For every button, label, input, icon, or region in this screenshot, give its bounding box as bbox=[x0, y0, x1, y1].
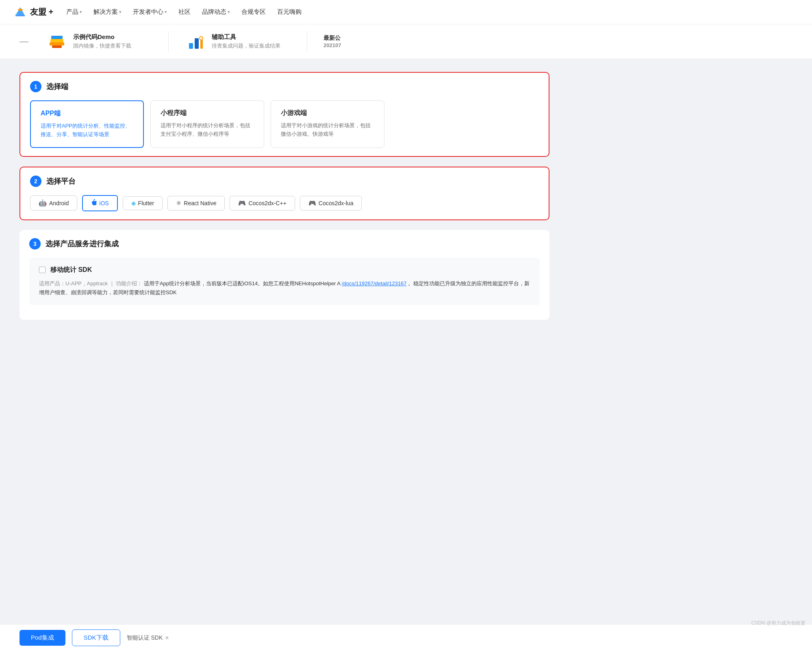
step2-section: 2 选择平台 🤖AndroidiOS◈Flutter⚛React Native🎮… bbox=[20, 167, 549, 220]
flutter-icon: ◈ bbox=[131, 200, 136, 206]
banner-collapse-icon[interactable]: — bbox=[20, 36, 28, 47]
step1-title: 选择端 bbox=[46, 82, 68, 91]
svg-rect-4 bbox=[52, 46, 62, 48]
cocos-icon: 🎮 bbox=[308, 200, 316, 207]
android-icon: 🤖 bbox=[39, 199, 47, 207]
nav-item-百元嗨购[interactable]: 百元嗨购 bbox=[277, 8, 302, 16]
nav-items: 产品▾解决方案▾开发者中心▾社区品牌动态▾合规专区百元嗨购 bbox=[66, 8, 302, 16]
banner-item-demo[interactable]: 示例代码Demo 国内镜像，快捷查看下载 bbox=[46, 31, 152, 52]
platform-card-app[interactable]: APP端 适用于对APP的统计分析、性能监控、推送、分享、智能认证等场景 bbox=[30, 100, 144, 148]
platform-card-desc: 适用于对小程序的统计分析场景，包括支付宝小程序、微信小程序等 bbox=[161, 122, 254, 139]
svg-rect-5 bbox=[189, 43, 193, 49]
platform-btn-flutter[interactable]: ◈Flutter bbox=[123, 196, 163, 210]
platform-btn-android[interactable]: 🤖Android bbox=[30, 195, 77, 210]
banner-strip: — 示例代码Demo 国内镜像，快捷查看下载 bbox=[0, 24, 812, 59]
nav-item-产品[interactable]: 产品▾ bbox=[66, 8, 82, 16]
intro-label: 功能介绍： bbox=[116, 280, 142, 286]
step2-title: 选择平台 bbox=[46, 176, 76, 186]
chevron-down-icon: ▾ bbox=[80, 9, 82, 15]
platform-btn-label: Cocos2dx-lua bbox=[319, 200, 354, 206]
step1-header: 1 选择端 bbox=[30, 81, 539, 92]
banner-divider bbox=[168, 31, 169, 52]
sdk-name: 移动统计 SDK bbox=[50, 266, 92, 274]
sdk-card-header: 移动统计 SDK bbox=[39, 266, 530, 274]
logo[interactable]: 友盟 + bbox=[13, 5, 53, 20]
platform-card-name: APP端 bbox=[41, 109, 133, 118]
sdk-desc: 适用产品：U-APP，Apptrack ｜ 功能介绍： 适用于App统计分析场景… bbox=[39, 279, 530, 297]
platform-card-name: 小程序端 bbox=[161, 109, 254, 117]
main-content: 1 选择端 APP端 适用于对APP的统计分析、性能监控、推送、分享、智能认证等… bbox=[0, 59, 569, 343]
svg-rect-6 bbox=[195, 38, 199, 49]
nav-item-社区[interactable]: 社区 bbox=[178, 8, 191, 16]
step2-header: 2 选择平台 bbox=[30, 176, 539, 187]
svg-rect-7 bbox=[200, 40, 203, 49]
demo-icon bbox=[46, 31, 67, 52]
nav-item-开发者中心[interactable]: 开发者中心▾ bbox=[133, 8, 167, 16]
platform-btn-label: Cocos2dx-C++ bbox=[248, 200, 286, 206]
intro-text: 适用于App统计分析场景，当前版本已适配iOS14。如您工程使用NEHotspo… bbox=[144, 280, 340, 286]
platform-btn-cocos2dx-cpp[interactable]: 🎮Cocos2dx-C++ bbox=[230, 196, 295, 210]
svg-point-0 bbox=[18, 9, 23, 11]
platform-btn-label: Flutter bbox=[138, 200, 154, 206]
sdk-cards: 移动统计 SDK 适用产品：U-APP，Apptrack ｜ 功能介绍： 适用于… bbox=[29, 258, 540, 305]
cocos-icon: 🎮 bbox=[238, 200, 246, 207]
step3-title: 选择产品服务进行集成 bbox=[46, 239, 119, 249]
platform-card-minigame[interactable]: 小游戏端 适用于对小游戏的统计分析场景，包括微信小游戏、快游戏等 bbox=[271, 100, 384, 148]
logo-text: 友盟 + bbox=[30, 7, 53, 17]
sdk-doc-link[interactable]: /docs/119267/detail/123167 bbox=[342, 280, 407, 286]
apple-icon bbox=[91, 199, 97, 207]
tools-text: 辅助工具 排查集成问题，验证集成结果 bbox=[212, 33, 280, 50]
svg-rect-1 bbox=[50, 42, 64, 46]
react-icon: ⚛ bbox=[176, 200, 181, 207]
platform-btn-cocos2dx-lua[interactable]: 🎮Cocos2dx-lua bbox=[300, 196, 362, 210]
navigation: 友盟 + 产品▾解决方案▾开发者中心▾社区品牌动态▾合规专区百元嗨购 bbox=[0, 0, 812, 24]
platform-btn-label: iOS bbox=[99, 200, 109, 206]
applicable-label: 适用产品：U-APP，Apptrack bbox=[39, 280, 108, 286]
platform-btn-label: Android bbox=[49, 200, 69, 206]
platform-buttons: 🤖AndroidiOS◈Flutter⚛React Native🎮Cocos2d… bbox=[30, 195, 539, 211]
platform-card-miniprogram[interactable]: 小程序端 适用于对小程序的统计分析场景，包括支付宝小程序、微信小程序等 bbox=[150, 100, 264, 148]
step3-badge: 3 bbox=[29, 238, 41, 250]
nav-item-品牌动态[interactable]: 品牌动态▾ bbox=[202, 8, 230, 16]
chevron-down-icon: ▾ bbox=[119, 9, 122, 15]
sdk-card-mobile-stats: 移动统计 SDK 适用产品：U-APP，Apptrack ｜ 功能介绍： 适用于… bbox=[29, 258, 540, 305]
chevron-down-icon: ▾ bbox=[165, 9, 167, 15]
platform-btn-label: React Native bbox=[184, 200, 216, 206]
step3-section: 3 选择产品服务进行集成 移动统计 SDK 适用产品：U-APP，Apptrac… bbox=[20, 230, 549, 320]
platform-card-name: 小游戏端 bbox=[281, 109, 374, 117]
banner-divider-2 bbox=[307, 31, 307, 52]
platform-card-desc: 适用于对APP的统计分析、性能监控、推送、分享、智能认证等场景 bbox=[41, 122, 133, 139]
platform-btn-reactnative[interactable]: ⚛React Native bbox=[167, 196, 225, 210]
sdk-checkbox[interactable] bbox=[39, 267, 46, 273]
chevron-down-icon: ▾ bbox=[228, 9, 230, 15]
nav-item-合规专区[interactable]: 合规专区 bbox=[241, 8, 266, 16]
step1-badge: 1 bbox=[30, 81, 41, 92]
tools-icon bbox=[185, 31, 206, 52]
svg-rect-3 bbox=[51, 36, 63, 39]
platform-cards: APP端 适用于对APP的统计分析、性能监控、推送、分享、智能认证等场景小程序端… bbox=[30, 100, 539, 148]
step2-badge: 2 bbox=[30, 176, 41, 187]
svg-point-9 bbox=[200, 37, 202, 39]
nav-item-解决方案[interactable]: 解决方案▾ bbox=[93, 8, 122, 16]
logo-icon bbox=[13, 5, 28, 20]
demo-text: 示例代码Demo 国内镜像，快捷查看下载 bbox=[73, 33, 131, 50]
step1-section: 1 选择端 APP端 适用于对APP的统计分析、性能监控、推送、分享、智能认证等… bbox=[20, 72, 549, 157]
platform-btn-ios[interactable]: iOS bbox=[82, 195, 117, 211]
banner-latest[interactable]: 最新公 202107 bbox=[323, 35, 341, 48]
svg-rect-2 bbox=[50, 39, 63, 42]
separator: ｜ bbox=[109, 280, 116, 286]
step3-header: 3 选择产品服务进行集成 bbox=[29, 238, 540, 250]
banner-item-tools[interactable]: 辅助工具 排查集成问题，验证集成结果 bbox=[185, 31, 291, 52]
platform-card-desc: 适用于对小游戏的统计分析场景，包括微信小游戏、快游戏等 bbox=[281, 122, 374, 139]
